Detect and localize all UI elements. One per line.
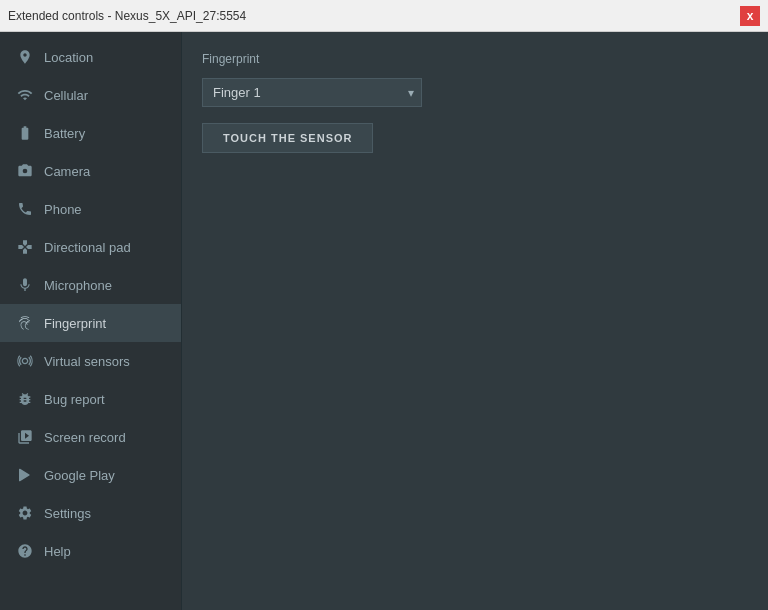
sidebar-item-microphone[interactable]: Microphone bbox=[0, 266, 181, 304]
sidebar-item-directional-pad[interactable]: Directional pad bbox=[0, 228, 181, 266]
sidebar: LocationCellularBatteryCameraPhoneDirect… bbox=[0, 32, 182, 610]
sidebar-item-label-phone: Phone bbox=[44, 202, 82, 217]
settings-icon bbox=[16, 504, 34, 522]
sidebar-item-label-screen-record: Screen record bbox=[44, 430, 126, 445]
title-bar-text: Extended controls - Nexus_5X_API_27:5554 bbox=[8, 9, 246, 23]
bug-icon bbox=[16, 390, 34, 408]
sidebar-item-bug-report[interactable]: Bug report bbox=[0, 380, 181, 418]
title-bar: Extended controls - Nexus_5X_API_27:5554… bbox=[0, 0, 768, 32]
screen-record-icon bbox=[16, 428, 34, 446]
sidebar-item-label-fingerprint: Fingerprint bbox=[44, 316, 106, 331]
sidebar-item-label-bug-report: Bug report bbox=[44, 392, 105, 407]
location-icon bbox=[16, 48, 34, 66]
sidebar-item-virtual-sensors[interactable]: Virtual sensors bbox=[0, 342, 181, 380]
google-play-icon bbox=[16, 466, 34, 484]
dpad-icon bbox=[16, 238, 34, 256]
sidebar-item-screen-record[interactable]: Screen record bbox=[0, 418, 181, 456]
sidebar-item-help[interactable]: Help bbox=[0, 532, 181, 570]
fingerprint-icon bbox=[16, 314, 34, 332]
sidebar-item-fingerprint[interactable]: Fingerprint bbox=[0, 304, 181, 342]
sidebar-item-label-camera: Camera bbox=[44, 164, 90, 179]
battery-icon bbox=[16, 124, 34, 142]
sidebar-item-battery[interactable]: Battery bbox=[0, 114, 181, 152]
sidebar-item-label-location: Location bbox=[44, 50, 93, 65]
camera-icon bbox=[16, 162, 34, 180]
finger-select[interactable]: Finger 1Finger 2Finger 3Finger 4Finger 5 bbox=[202, 78, 422, 107]
sensors-icon bbox=[16, 352, 34, 370]
sidebar-item-phone[interactable]: Phone bbox=[0, 190, 181, 228]
sidebar-item-label-directional-pad: Directional pad bbox=[44, 240, 131, 255]
sidebar-item-label-help: Help bbox=[44, 544, 71, 559]
sidebar-item-label-battery: Battery bbox=[44, 126, 85, 141]
sidebar-item-label-cellular: Cellular bbox=[44, 88, 88, 103]
sidebar-item-camera[interactable]: Camera bbox=[0, 152, 181, 190]
finger-select-wrapper: Finger 1Finger 2Finger 3Finger 4Finger 5 bbox=[202, 78, 422, 107]
sidebar-item-google-play[interactable]: Google Play bbox=[0, 456, 181, 494]
cellular-icon bbox=[16, 86, 34, 104]
close-button[interactable]: x bbox=[740, 6, 760, 26]
sidebar-item-cellular[interactable]: Cellular bbox=[0, 76, 181, 114]
sidebar-item-settings[interactable]: Settings bbox=[0, 494, 181, 532]
sidebar-item-label-microphone: Microphone bbox=[44, 278, 112, 293]
main-container: LocationCellularBatteryCameraPhoneDirect… bbox=[0, 32, 768, 610]
content-area: Fingerprint Finger 1Finger 2Finger 3Fing… bbox=[182, 32, 768, 610]
microphone-icon bbox=[16, 276, 34, 294]
phone-icon bbox=[16, 200, 34, 218]
sidebar-item-label-virtual-sensors: Virtual sensors bbox=[44, 354, 130, 369]
help-icon bbox=[16, 542, 34, 560]
sidebar-item-label-settings: Settings bbox=[44, 506, 91, 521]
sidebar-item-location[interactable]: Location bbox=[0, 38, 181, 76]
section-title: Fingerprint bbox=[202, 52, 748, 66]
sidebar-item-label-google-play: Google Play bbox=[44, 468, 115, 483]
fingerprint-controls: Finger 1Finger 2Finger 3Finger 4Finger 5 bbox=[202, 78, 748, 107]
touch-sensor-button[interactable]: TOUCH THE SENSOR bbox=[202, 123, 373, 153]
